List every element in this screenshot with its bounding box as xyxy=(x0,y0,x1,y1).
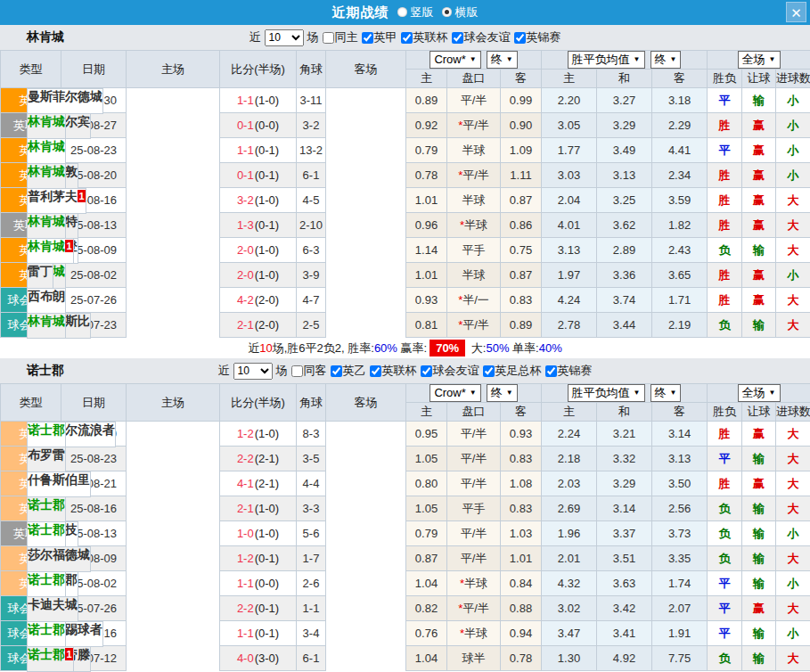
league-filter[interactable]: 英锦赛 xyxy=(545,363,593,379)
halftime-score: (2-0) xyxy=(255,318,279,332)
halftime-score: (1-0) xyxy=(255,527,279,540)
final-odds-select-label: 终 xyxy=(491,385,503,401)
away-team: 什鲁斯伯里 xyxy=(27,471,91,497)
avg-away-odds: 1.71 xyxy=(652,288,708,313)
league-filter[interactable]: 英锦赛 xyxy=(514,29,561,45)
league-filter[interactable]: 英乙 xyxy=(331,363,366,379)
avg-final-odds-select[interactable]: 终▼ xyxy=(650,384,682,402)
handicap: 平手 xyxy=(447,238,501,263)
layout-radio-vertical-icon[interactable] xyxy=(397,7,407,17)
avg-away-odds: 2.29 xyxy=(652,113,708,138)
new-odds-star: * xyxy=(460,627,464,640)
avg-draw-odds: 3.29 xyxy=(597,113,652,138)
table-row: 球会友谊25-07-23格里姆斯比2-1(2-0)2-5林肯城0.81*平/半0… xyxy=(1,313,810,338)
layout-radio-vertical-label[interactable]: 竖版 xyxy=(411,5,434,19)
summary-segment: 大: xyxy=(468,341,486,355)
table-row: 英甲25-08-20北安普敦0-1(0-1)6-1林肯城0.78*平/半1.11… xyxy=(1,163,810,188)
same-venue-filter[interactable]: 同客 xyxy=(291,363,327,379)
halftime-score: (2-1) xyxy=(255,477,279,490)
halftime-score: (0-0) xyxy=(255,577,279,590)
corner-score: 1-7 xyxy=(297,546,326,571)
handicap: *半球 xyxy=(447,571,501,596)
odds-source-select[interactable]: Crow*▼ xyxy=(430,384,480,402)
avg-away-odds: 2.34 xyxy=(652,163,708,188)
avg-odds-select[interactable]: 胜平负均值▼ xyxy=(568,51,645,69)
league-filter[interactable]: 英联杯 xyxy=(401,29,448,45)
result-outcome: 负 xyxy=(708,546,742,571)
odds-away: 0.99 xyxy=(501,88,542,113)
new-odds-star: * xyxy=(458,602,462,615)
corner-score: 2-5 xyxy=(297,313,326,338)
fulltime-score: 2-2 xyxy=(237,452,254,465)
sub-col-header: 盘口 xyxy=(447,70,501,88)
match-count-select[interactable]: 10 xyxy=(265,29,304,46)
odds-home: 0.87 xyxy=(406,546,447,571)
league-filter-checkbox[interactable] xyxy=(452,32,463,44)
dropdown-arrow-icon: ▼ xyxy=(670,52,677,68)
avg-away-odds: 3.18 xyxy=(652,88,708,113)
league-filter[interactable]: 英甲 xyxy=(362,29,397,45)
avg-final-odds-select[interactable]: 终▼ xyxy=(650,51,682,69)
league-filter-checkbox[interactable] xyxy=(514,32,526,44)
summary-segment: 70% xyxy=(430,340,465,356)
result-outcome: 负 xyxy=(708,521,742,546)
result-goals: 大 xyxy=(776,188,810,213)
avg-away-odds: 7.75 xyxy=(652,646,708,671)
layout-radio-horizontal-label[interactable]: 横版 xyxy=(455,5,479,19)
league-filter-checkbox[interactable] xyxy=(545,365,557,377)
same-venue-checkbox[interactable] xyxy=(291,365,303,377)
team-name: 林肯城 xyxy=(27,29,64,45)
league-filter-checkbox[interactable] xyxy=(362,32,373,44)
red-card-badge: 1 xyxy=(65,240,73,252)
col-header: 主场 xyxy=(127,384,220,422)
league-filter-checkbox[interactable] xyxy=(401,32,413,44)
fulltime-score: 1-1 xyxy=(237,143,254,157)
league-filter-checkbox[interactable] xyxy=(421,365,432,377)
away-team-name: 普利茅夫 xyxy=(28,189,78,203)
league-filter[interactable]: 英足总杯 xyxy=(483,363,542,379)
away-team-name: 曼斯菲尔德城 xyxy=(28,89,102,103)
avg-home-odds: 1.96 xyxy=(542,521,597,546)
league-filter[interactable]: 球会友谊 xyxy=(421,363,479,379)
avg-home-odds: 1.77 xyxy=(542,138,597,163)
odds-home: 0.89 xyxy=(406,88,447,113)
dropdown-arrow-icon: ▼ xyxy=(769,52,776,68)
red-card-badge: 1 xyxy=(78,190,86,202)
table-row: 英乙25-08-21诺士郡4-1(2-1)4-4什鲁斯伯里0.80平/半1.08… xyxy=(1,471,810,496)
avg-home-odds: 2.03 xyxy=(542,471,597,496)
away-team-name: 什鲁斯伯里 xyxy=(28,472,90,487)
league-filter-checkbox[interactable] xyxy=(370,365,381,377)
halftime-score: (1-0) xyxy=(255,502,279,515)
league-filter[interactable]: 英联杯 xyxy=(370,363,417,379)
avg-draw-odds: 3.49 xyxy=(597,138,652,163)
handicap: *平/半 xyxy=(447,113,501,138)
layout-radio-horizontal-icon[interactable] xyxy=(442,7,452,17)
final-odds-select[interactable]: 终▼ xyxy=(487,51,518,69)
score-cell: 4-1(2-1) xyxy=(220,471,297,496)
final-odds-select[interactable]: 终▼ xyxy=(487,384,518,402)
league-filter[interactable]: 球会友谊 xyxy=(452,29,511,45)
away-team-name: 林肯城 xyxy=(28,139,65,153)
same-venue-filter[interactable]: 同主 xyxy=(323,29,358,45)
score-cell: 1-0(1-0) xyxy=(220,521,297,546)
fulltime-score: 1-1 xyxy=(237,577,254,590)
window-title: 近期战绩 xyxy=(332,4,389,21)
handicap: 半球 xyxy=(447,263,501,288)
match-date: 25-08-23 xyxy=(61,138,127,163)
league-filter-checkbox[interactable] xyxy=(331,365,342,377)
col-header: 客场 xyxy=(326,51,406,88)
odds-home: 0.93 xyxy=(406,288,447,313)
halftime-score: (3-0) xyxy=(255,652,279,665)
avg-odds-select[interactable]: 胜平负均值▼ xyxy=(568,384,645,402)
fulltime-score: 2-1 xyxy=(237,502,254,515)
odds-source-select[interactable]: Crow*▼ xyxy=(430,51,480,69)
league-filter-checkbox[interactable] xyxy=(483,365,495,377)
odds-home: 0.80 xyxy=(406,471,447,496)
away-team: 曼斯菲尔德城 xyxy=(27,88,103,114)
same-venue-checkbox[interactable] xyxy=(323,32,334,44)
match-count-select[interactable]: 10 xyxy=(233,363,273,380)
fullmatch-select[interactable]: 全场▼ xyxy=(738,384,781,402)
fullmatch-select[interactable]: 全场▼ xyxy=(738,51,781,69)
odds-home: 0.78 xyxy=(406,163,447,188)
close-button[interactable]: ✕ xyxy=(786,2,806,22)
